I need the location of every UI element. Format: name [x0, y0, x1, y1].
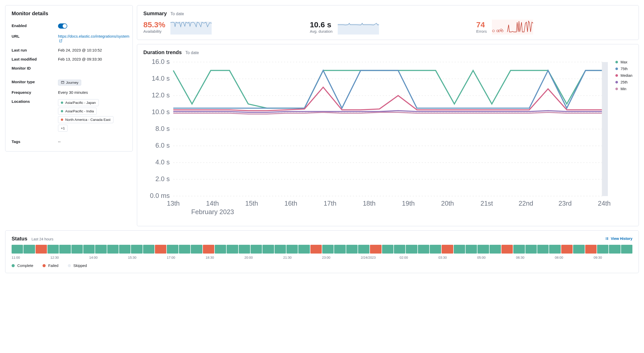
status-bar-segment[interactable]	[442, 245, 453, 254]
svg-text:22nd: 22nd	[518, 200, 533, 207]
status-bar-segment[interactable]	[310, 245, 322, 254]
status-bar-segment[interactable]	[191, 245, 202, 254]
duration-trends-chart[interactable]: 0.0 ms2.0 s4.0 s6.0 s8.0 s10.0 s12.0 s14…	[143, 58, 610, 220]
status-bar-segment[interactable]	[155, 245, 166, 254]
status-bar-segment[interactable]	[322, 245, 334, 254]
status-bar-segment[interactable]	[23, 245, 35, 254]
legend-item[interactable]: Max	[615, 60, 632, 64]
status-bar-segment[interactable]	[12, 245, 23, 254]
label-last-run: Last run	[12, 48, 58, 52]
svg-rect-42	[606, 238, 608, 238]
more-locations-chip[interactable]: +1	[58, 125, 68, 132]
svg-text:12.0 s: 12.0 s	[152, 91, 170, 99]
legend-item[interactable]: Median	[615, 73, 632, 78]
status-time-label: 15:30	[128, 256, 167, 259]
status-bar-segment[interactable]	[454, 245, 465, 254]
svg-rect-44	[606, 238, 608, 239]
status-bar-segment[interactable]	[573, 245, 584, 254]
errors-spark	[492, 20, 533, 35]
status-bar-segment[interactable]	[275, 245, 286, 254]
svg-text:19th: 19th	[402, 200, 415, 207]
avg-duration-spark	[338, 20, 379, 35]
status-bar-segment[interactable]	[406, 245, 417, 254]
status-bar-segment[interactable]	[525, 245, 537, 254]
status-bar-segment[interactable]	[227, 245, 238, 254]
status-bar-segment[interactable]	[119, 245, 130, 254]
status-bar-segment[interactable]	[513, 245, 525, 254]
trends-title: Duration trends	[143, 49, 182, 55]
status-bar-segment[interactable]	[501, 245, 513, 254]
status-bar-segment[interactable]	[394, 245, 405, 254]
status-bar-segment[interactable]	[143, 245, 154, 254]
status-bar-segment[interactable]	[537, 245, 549, 254]
legend-item[interactable]: 75th	[615, 67, 632, 71]
status-bar-segment[interactable]	[59, 245, 71, 254]
status-bar-segment[interactable]	[358, 245, 369, 254]
errors-value: 74	[476, 21, 487, 29]
status-bar-segment[interactable]	[597, 245, 608, 254]
monitor-url-text: https://docs.elastic.co/integrations/sys…	[58, 34, 129, 38]
external-link-icon	[59, 39, 62, 43]
status-bar-segment[interactable]	[370, 245, 381, 254]
status-bar-segment[interactable]	[346, 245, 358, 254]
status-dot-icon	[61, 102, 63, 104]
status-bar-segment[interactable]	[382, 245, 393, 254]
status-bar-segment[interactable]	[215, 245, 226, 254]
status-bar-segment[interactable]	[466, 245, 477, 254]
legend-item[interactable]: 25th	[615, 80, 632, 84]
status-bar-segment[interactable]	[286, 245, 298, 254]
status-bar-segment[interactable]	[167, 245, 178, 254]
svg-rect-1	[170, 22, 212, 35]
status-bar-segment[interactable]	[107, 245, 119, 254]
status-bar-segment[interactable]	[95, 245, 106, 254]
svg-text:4.0 s: 4.0 s	[155, 158, 170, 166]
status-time-label: 03:30	[439, 256, 477, 259]
svg-text:February 2023: February 2023	[191, 208, 234, 215]
label-enabled: Enabled	[12, 23, 58, 28]
location-chip[interactable]: Asia/Pacific - India	[58, 108, 97, 115]
status-bar-segment[interactable]	[71, 245, 83, 254]
status-time-label: 06:30	[516, 256, 555, 259]
duration-trends-panel: Duration trends To date 0.0 ms2.0 s4.0 s…	[137, 44, 639, 226]
location-chip[interactable]: Asia/Pacific - Japan	[58, 99, 99, 106]
status-bar-segment[interactable]	[561, 245, 573, 254]
status-bar-segment[interactable]	[131, 245, 142, 254]
list-icon	[605, 237, 609, 240]
monitor-url-link[interactable]: https://docs.elastic.co/integrations/sys…	[58, 34, 129, 43]
status-bar-segment[interactable]	[334, 245, 345, 254]
status-bar-segment[interactable]	[549, 245, 560, 254]
status-bar-segment[interactable]	[239, 245, 250, 254]
status-bar-segment[interactable]	[251, 245, 262, 254]
view-history-link[interactable]: View History	[605, 237, 632, 241]
legend-item[interactable]: Min	[615, 87, 632, 91]
status-bar-segment[interactable]	[83, 245, 95, 254]
status-bar-segment[interactable]	[585, 245, 597, 254]
status-bar-segment[interactable]	[203, 245, 214, 254]
status-dot-icon	[61, 119, 63, 121]
location-label: Asia/Pacific - Japan	[65, 101, 96, 105]
legend-swatch-icon	[615, 88, 618, 90]
status-bar-segment[interactable]	[430, 245, 441, 254]
status-bar-segment[interactable]	[621, 245, 632, 254]
status-time-label: 21:30	[283, 256, 322, 259]
svg-text:24th: 24th	[598, 200, 610, 207]
svg-text:18th: 18th	[363, 200, 376, 207]
status-bar-segment[interactable]	[490, 245, 501, 254]
status-bar-segment[interactable]	[609, 245, 620, 254]
status-bar-segment[interactable]	[477, 245, 489, 254]
location-chip[interactable]: North America - Canada East	[58, 116, 113, 123]
status-bar-segment[interactable]	[179, 245, 190, 254]
status-bar-segment[interactable]	[47, 245, 59, 254]
status-bar-segment[interactable]	[418, 245, 429, 254]
svg-rect-2	[338, 24, 379, 35]
svg-text:15th: 15th	[245, 200, 258, 207]
label-monitor-id: Monitor ID	[12, 66, 58, 70]
status-bar-segment[interactable]	[36, 245, 47, 254]
availability-label: Availability	[143, 29, 165, 33]
label-frequency: Frequency	[12, 90, 58, 95]
status-bar-segment[interactable]	[262, 245, 274, 254]
status-panel: Status Last 24 hours View History 11:001…	[5, 230, 639, 273]
status-time-label: 14:00	[89, 256, 128, 259]
enabled-toggle[interactable]	[58, 23, 67, 29]
status-bar-segment[interactable]	[298, 245, 310, 254]
